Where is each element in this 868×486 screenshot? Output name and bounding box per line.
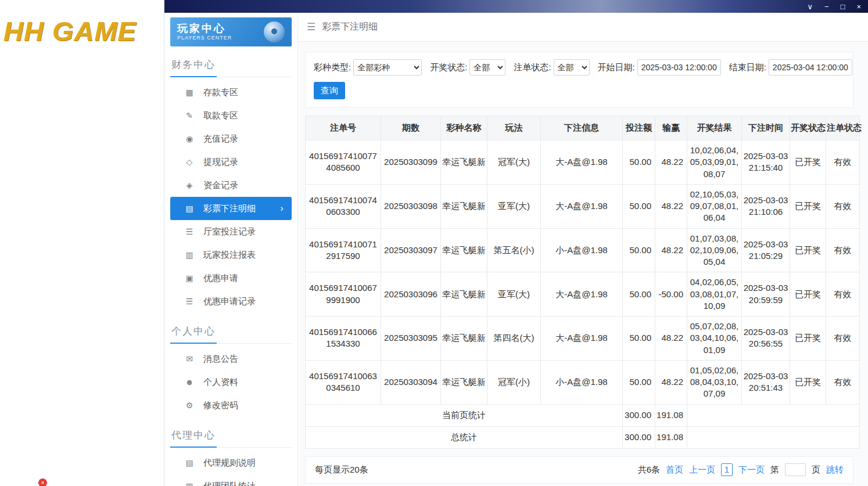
col-lottery-name: 彩种名称 <box>441 116 487 141</box>
cell-lottery: 幸运飞艇新 <box>441 228 487 272</box>
cell-order-status: 有效 <box>826 184 860 228</box>
cell-bet-info: 大-A盘@1.98 <box>541 272 623 316</box>
cell-period: 20250303098 <box>381 184 441 228</box>
summary-label: 当前页统计 <box>306 404 623 426</box>
cell-order-status: 有效 <box>826 141 860 185</box>
recharge-record-icon: ◉ <box>184 134 195 143</box>
sidebar-item-player-bet-report[interactable]: ▥ 玩家投注报表 <box>170 243 292 267</box>
sidebar-item-deposit-zone[interactable]: ▦ 存款专区 <box>170 81 292 104</box>
sidebar-item-withdrawal-records[interactable]: ◇ 提现记录 <box>170 150 292 174</box>
cell-order-no: 401569174100740603300 <box>306 184 381 228</box>
minimize-button[interactable]: − <box>824 3 829 10</box>
sidebar-item-funds-records[interactable]: ◈ 资金记录 <box>170 174 292 197</box>
cell-amount: 50.00 <box>623 316 655 361</box>
withdraw-icon: ✎ <box>184 111 195 120</box>
promo-apply-icon: ▣ <box>184 273 195 283</box>
screen: HH GAME × ∨ − □ × 玩家中心 PLAYERS CENTER 财务… <box>0 0 868 486</box>
close-button[interactable]: × <box>856 3 861 10</box>
sidebar-item-profile[interactable]: ☻ 个人资料 <box>170 370 292 394</box>
filter-panel: 彩种类型: 全部彩种 开奖状态: 全部 注单状态: <box>305 52 853 108</box>
cell-order-no: 401569174100712917590 <box>306 228 381 272</box>
query-button[interactable]: 查询 <box>314 82 345 99</box>
table-header-row: 注单号 期数 彩种名称 玩法 下注信息 投注额 输赢 开奖结果 下注时间 开奖状… <box>306 116 860 141</box>
sidebar-item-label: 厅室投注记录 <box>203 226 256 237</box>
sidebar-item-promo-apply-records[interactable]: ☰ 优惠申请记录 <box>170 290 292 313</box>
col-period: 期数 <box>381 116 441 141</box>
col-draw-result: 开奖结果 <box>687 116 742 141</box>
cell-winloss: 48.22 <box>655 141 687 185</box>
cell-result: 01,07,03,08,02,10,09,06,05,04 <box>687 228 742 272</box>
sidebar-item-label: 优惠申请记录 <box>203 296 256 307</box>
cell-bet-info: 大-A盘@1.98 <box>541 141 623 185</box>
table-row: 401569174100630345610 20250303094 幸运飞艇新 … <box>306 360 860 404</box>
cell-lottery: 幸运飞艇新 <box>441 141 487 185</box>
sidebar-item-messages[interactable]: ✉ 消息公告 <box>170 347 292 370</box>
table-row: 401569174100661534330 20250303095 幸运飞艇新 … <box>306 316 860 361</box>
cell-play: 冠军(大) <box>487 141 541 185</box>
cell-order-no: 401569174100679991900 <box>306 272 381 316</box>
lottery-type-select[interactable]: 全部彩种 <box>353 59 422 75</box>
page-jump-input[interactable] <box>785 463 806 476</box>
cell-time: 2025-03-03 20:59:59 <box>742 272 790 316</box>
start-date-input[interactable] <box>637 59 721 75</box>
section-finance-center: 财务中心 <box>170 56 292 77</box>
summary-label: 总统计 <box>306 426 623 448</box>
cell-period: 20250303094 <box>381 360 441 404</box>
next-page-link[interactable]: 下一页 <box>738 465 765 476</box>
sidebar-item-withdraw-zone[interactable]: ✎ 取款专区 <box>170 104 292 127</box>
summary-winloss-total: 191.08 <box>655 426 687 448</box>
sidebar-item-label: 代理团队统计 <box>203 481 256 486</box>
summary-bet-total: 300.00 <box>623 426 655 448</box>
hamburger-menu-icon[interactable]: ☰ <box>307 21 315 33</box>
cell-draw-status: 已开奖 <box>790 272 826 316</box>
section-agent-center: 代理中心 <box>170 426 292 448</box>
end-date-input[interactable] <box>769 59 852 75</box>
cell-play: 第五名(小) <box>487 228 541 272</box>
sidebar-item-agent-rules[interactable]: ▤ 代理规则说明 <box>170 451 292 474</box>
cell-result: 02,10,05,03,09,07,08,01,06,04 <box>687 184 742 228</box>
bets-table: 注单号 期数 彩种名称 玩法 下注信息 投注额 输赢 开奖结果 下注时间 开奖状… <box>305 116 853 449</box>
sidebar-item-label: 取款专区 <box>203 110 238 121</box>
per-page-text: 每页显示20条 <box>315 465 368 476</box>
window-titlebar: ∨ − □ × <box>164 0 868 13</box>
col-draw-status: 开奖状态 <box>790 116 826 141</box>
draw-status-select[interactable]: 全部 <box>469 59 505 75</box>
agent-menu: ▤ 代理规则说明 ▥ 代理团队统计 <box>170 448 292 486</box>
player-report-icon: ▥ <box>184 250 195 260</box>
page-label: 第 <box>770 465 779 476</box>
chart-icon: ▥ <box>184 481 195 486</box>
cell-order-status: 有效 <box>826 272 860 316</box>
cell-period: 20250303099 <box>381 141 441 185</box>
hh-game-logo: HH GAME <box>3 15 137 47</box>
draw-status-label: 开奖状态: <box>430 62 467 73</box>
cell-order-no: 401569174100774085600 <box>306 141 381 185</box>
cell-lottery: 幸运飞艇新 <box>441 360 487 404</box>
cell-time: 2025-03-03 21:15:40 <box>742 141 790 185</box>
first-page-link[interactable]: 首页 <box>666 465 683 476</box>
order-status-select[interactable]: 全部 <box>554 59 590 75</box>
personal-menu: ✉ 消息公告 ☻ 个人资料 ⚙ 修改密码 <box>170 344 292 417</box>
col-bet-time: 下注时间 <box>742 116 790 141</box>
sidebar-item-change-password[interactable]: ⚙ 修改密码 <box>170 394 292 417</box>
table-row: 401569174100774085600 20250303099 幸运飞艇新 … <box>306 141 860 185</box>
prev-page-link[interactable]: 上一页 <box>689 465 715 476</box>
cell-time: 2025-03-03 21:05:29 <box>742 228 790 272</box>
end-date-label: 结束日期: <box>729 62 766 73</box>
funds-record-icon: ◈ <box>184 181 195 190</box>
sidebar-item-agent-team-stats[interactable]: ▥ 代理团队统计 <box>170 474 292 486</box>
sidebar-item-recharge-records[interactable]: ◉ 充值记录 <box>170 127 292 150</box>
sidebar-item-promo-apply[interactable]: ▣ 优惠申请 <box>170 267 292 290</box>
error-close-icon[interactable]: × <box>38 478 47 486</box>
col-winloss: 输赢 <box>655 116 687 141</box>
chevron-down-icon[interactable]: ∨ <box>807 3 813 10</box>
cell-winloss: -50.00 <box>655 272 687 316</box>
sidebar-item-lottery-bet-details[interactable]: ▤ 彩票下注明细 › <box>170 197 292 220</box>
cell-result: 04,02,06,05,03,08,01,07,10,09 <box>687 272 742 316</box>
jump-link[interactable]: 跳转 <box>826 465 844 476</box>
summary-bet-total: 300.00 <box>623 404 655 426</box>
cell-lottery: 幸运飞艇新 <box>441 272 487 316</box>
sidebar-item-hall-bet-records[interactable]: ☰ 厅室投注记录 <box>170 220 292 243</box>
maximize-button[interactable]: □ <box>841 3 845 10</box>
start-date-label: 开始日期: <box>598 62 635 73</box>
current-page-indicator[interactable]: 1 <box>721 463 733 476</box>
